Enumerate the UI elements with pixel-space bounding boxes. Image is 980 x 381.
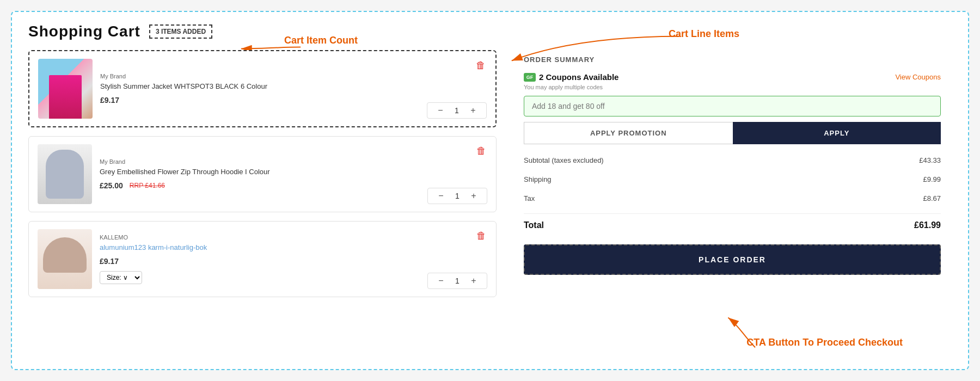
- cart-item-1: My Brand Stylish Summer Jacket WHTSPOT3 …: [28, 50, 497, 127]
- shipping-value: £9.99: [923, 175, 941, 183]
- item-name-1: Stylish Summer Jacket WHTSPOT3 BLACK 6 C…: [100, 82, 487, 91]
- item-actions-1: 🗑: [475, 59, 487, 134]
- item-brand-3: KALLEMO: [100, 234, 487, 241]
- size-dropdown-3[interactable]: Size: ∨ S M L: [100, 271, 142, 284]
- delete-item-1-button[interactable]: 🗑: [475, 59, 487, 72]
- item-brand-2: My Brand: [100, 158, 487, 165]
- qty-control-2: − 1 +: [427, 188, 487, 204]
- subtotal-label: Subtotal (taxes excluded): [524, 156, 604, 164]
- item-name-2: Grey Embellished Flower Zip Through Hood…: [100, 167, 487, 177]
- apply-promotion-button[interactable]: APPLY PROMOTION: [524, 122, 733, 144]
- qty-increase-2-button[interactable]: +: [468, 192, 479, 200]
- delete-item-3-button[interactable]: 🗑: [475, 229, 487, 243]
- coupons-available-label: 2 Coupons Available: [539, 72, 618, 82]
- coupons-badge: GF 2 Coupons Available: [524, 72, 618, 82]
- tax-row: Tax £8.67: [524, 194, 941, 208]
- order-summary-title: ORDER SUMMARY: [524, 56, 941, 64]
- item-actions-2: 🗑: [475, 144, 487, 219]
- page-header: Shopping Cart 3 ITEMS ADDED Cart Item Co…: [28, 23, 952, 40]
- cart-item-count-badge: 3 ITEMS ADDED: [149, 24, 212, 39]
- coupons-row: GF 2 Coupons Available View Coupons: [524, 72, 941, 82]
- total-value: £61.99: [914, 220, 941, 230]
- subtotal-row: Subtotal (taxes excluded) £43.33: [524, 156, 941, 170]
- item-brand-1: My Brand: [100, 73, 487, 79]
- qty-value-3: 1: [453, 276, 462, 285]
- shopping-cart-title: Shopping Cart: [28, 23, 140, 40]
- item-details-1: My Brand Stylish Summer Jacket WHTSPOT3 …: [100, 73, 487, 105]
- qty-decrease-1-button[interactable]: −: [435, 106, 446, 115]
- delete-item-2-button[interactable]: 🗑: [475, 144, 487, 158]
- view-coupons-link[interactable]: View Coupons: [895, 73, 941, 81]
- tax-label: Tax: [524, 194, 535, 202]
- item-name-3[interactable]: alumunium123 karm-i-naturlig-bok: [100, 243, 487, 253]
- subtotal-value: £43.33: [919, 156, 941, 164]
- qty-decrease-2-button[interactable]: −: [436, 192, 446, 200]
- total-label: Total: [524, 220, 544, 230]
- cart-item-3: KALLEMO alumunium123 karm-i-naturlig-bok…: [28, 221, 497, 297]
- qty-value-2: 1: [453, 192, 462, 200]
- product-image-3: [38, 229, 92, 289]
- cart-item-2: My Brand Grey Embellished Flower Zip Thr…: [28, 136, 497, 212]
- apply-button[interactable]: APPLY: [733, 122, 941, 144]
- item-actions-3: 🗑: [475, 229, 487, 304]
- qty-decrease-3-button[interactable]: −: [436, 276, 446, 285]
- qty-value-1: 1: [452, 106, 461, 115]
- product-image-1: [38, 59, 93, 119]
- apply-multiple-text: You may apply multiple codes: [524, 84, 941, 90]
- item-details-2: My Brand Grey Embellished Flower Zip Thr…: [100, 158, 487, 190]
- cta-annotation: CTA Button To Proceed Checkout: [746, 337, 903, 348]
- qty-control-3: − 1 +: [427, 273, 487, 289]
- tax-value: £8.67: [923, 194, 941, 202]
- coupon-icon: GF: [524, 73, 536, 82]
- qty-increase-3-button[interactable]: +: [468, 276, 479, 285]
- product-image-2: [38, 144, 92, 204]
- main-content: My Brand Stylish Summer Jacket WHTSPOT3 …: [28, 50, 952, 358]
- item-price-3: £9.17: [100, 257, 487, 266]
- total-row: Total £61.99: [524, 213, 941, 236]
- shipping-row: Shipping £9.99: [524, 175, 941, 189]
- item-price-2: £25.00: [100, 181, 123, 190]
- item-rrp-2: RRP £41.66: [130, 182, 165, 189]
- place-order-button[interactable]: PLACE ORDER: [524, 244, 941, 275]
- promo-buttons: APPLY PROMOTION APPLY: [524, 122, 941, 144]
- cart-line-items-annotation: Cart Line Items: [669, 28, 739, 40]
- promo-code-input[interactable]: [524, 96, 941, 116]
- qty-increase-1-button[interactable]: +: [468, 106, 479, 115]
- cart-items-section: My Brand Stylish Summer Jacket WHTSPOT3 …: [28, 50, 497, 358]
- cart-item-count-annotation: Cart Item Count: [284, 35, 358, 46]
- page-container: Shopping Cart 3 ITEMS ADDED Cart Item Co…: [11, 11, 969, 370]
- shipping-label: Shipping: [524, 175, 552, 183]
- order-summary-section: ORDER SUMMARY GF 2 Coupons Available Vie…: [513, 50, 952, 358]
- qty-control-1: − 1 +: [427, 102, 487, 119]
